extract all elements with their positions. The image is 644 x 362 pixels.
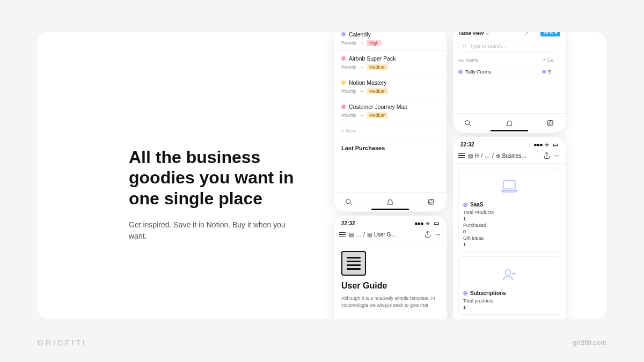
promo-card: All the business goodies you want in one… <box>38 32 606 319</box>
section-last-purchases: Last Purchases <box>334 138 447 154</box>
brand-logo: GRIDFITI <box>38 338 87 347</box>
priority-badge: Medium <box>367 64 388 70</box>
bottom-bar <box>334 192 447 212</box>
status-signals: ▪▪▪ᯤ▭ <box>533 141 558 148</box>
notifications-icon[interactable] <box>386 198 394 206</box>
share-icon[interactable] <box>543 151 551 160</box>
svg-line-1 <box>350 203 352 205</box>
card-subscriptions[interactable]: Subscriptions Total products1 <box>458 256 560 315</box>
clock: 22:32 <box>460 142 474 147</box>
priority-label: Priority <box>341 40 356 46</box>
page-body: Although it is a relatively simple templ… <box>334 291 447 309</box>
page-footer: GRIDFITI gridfiti.com <box>38 338 606 347</box>
item-name: Notion Mastery <box>349 79 387 86</box>
clock: 22:32 <box>341 220 355 226</box>
stat-value: 1 <box>463 242 555 247</box>
stat-label: Purchased <box>463 223 555 228</box>
home-indicator <box>491 130 528 131</box>
home-indicator <box>371 209 409 210</box>
list-item[interactable]: Airbnb Super PackPriority→Medium <box>334 51 447 75</box>
stat-value: 1 <box>463 216 555 221</box>
dot-icon <box>341 80 346 85</box>
dot-icon <box>542 70 546 73</box>
user-plus-icon <box>463 261 555 290</box>
headline-block: All the business goodies you want in one… <box>129 147 306 242</box>
bottom-bar <box>453 113 566 133</box>
headline-subtitle: Get inspired. Save it in Notion. Buy it … <box>129 219 290 242</box>
search-placeholder: Type to search… <box>470 43 507 49</box>
svg-line-6 <box>469 124 471 126</box>
compose-icon[interactable] <box>427 198 436 206</box>
notifications-icon[interactable] <box>505 119 514 128</box>
table-row[interactable]: Tally Forms S <box>453 65 566 78</box>
breadcrumb[interactable]: ▤H/ …/ ⊕Busines… <box>468 153 539 159</box>
table-header: Table view⌄ ⤢ ⋯ New <box>453 32 566 39</box>
status-signals: ▪▪▪ᯤ▭ <box>414 220 439 227</box>
card-saas[interactable]: SaaS Total Products1Purchased0Gift ideas… <box>458 168 560 252</box>
priority-label: Priority <box>341 113 356 118</box>
expand-icon[interactable]: ⤢ <box>524 32 529 36</box>
stat-label: Gift ideas <box>463 235 555 241</box>
menu-icon[interactable] <box>458 153 465 158</box>
more-icon[interactable]: ⋯ <box>435 232 441 238</box>
priority-badge: Medium <box>367 112 388 119</box>
site-url: gridfiti.com <box>573 338 606 347</box>
list-item[interactable]: Notion MasteryPriority→Medium <box>334 75 447 99</box>
svg-point-5 <box>465 121 470 125</box>
stat-label: Total products <box>463 298 555 304</box>
svg-point-3 <box>463 45 466 47</box>
view-switcher[interactable]: Table view⌄ <box>458 32 489 36</box>
breadcrumb[interactable]: ▤ … / ▤ User G… <box>349 232 420 238</box>
table-columns: AaName ↗Ca <box>453 55 566 65</box>
laptop-icon <box>463 173 555 202</box>
stat-value: 0 <box>463 229 555 234</box>
priority-badge: High <box>367 40 381 46</box>
svg-rect-8 <box>503 181 515 189</box>
menu-icon[interactable] <box>339 232 346 237</box>
stat-label: Total Products <box>463 210 555 215</box>
item-name: Airbnb Super Pack <box>349 55 396 62</box>
dot-icon <box>341 105 346 109</box>
search-icon[interactable] <box>345 198 353 206</box>
phone-business: 22:32 ▪▪▪ᯤ▭ ▤H/ …/ ⊕Busines… ⋯ SaaS Tota… <box>453 137 566 319</box>
task-list: CalendlyPriority→HighAirbnb Super PackPr… <box>334 32 447 123</box>
breadcrumb-bar: ▤H/ …/ ⊕Busines… ⋯ <box>453 149 566 164</box>
list-item[interactable]: CalendlyPriority→High <box>334 32 447 51</box>
dot-icon <box>458 70 463 74</box>
share-icon[interactable] <box>423 230 432 239</box>
dot-icon <box>463 203 467 207</box>
page-title: User Guide <box>334 281 447 291</box>
headline-title: All the business goodies you want in one… <box>129 147 306 209</box>
phone-task-list: CalendlyPriority→HighAirbnb Super PackPr… <box>334 32 447 212</box>
status-bar: 22:32 ▪▪▪ᯤ▭ <box>334 216 447 228</box>
svg-point-9 <box>505 270 510 275</box>
compose-icon[interactable] <box>546 119 555 128</box>
svg-line-4 <box>465 47 466 48</box>
list-item[interactable]: Customer Journey MapPriority→Medium <box>334 99 447 123</box>
page-icon <box>341 251 366 276</box>
more-icon[interactable]: ⋯ <box>554 153 560 159</box>
breadcrumb-bar: ▤ … / ▤ User G… ⋯ <box>334 228 447 242</box>
item-name: Customer Journey Map <box>349 104 407 110</box>
priority-label: Priority <box>341 64 356 70</box>
more-icon[interactable]: ⋯ <box>532 32 537 36</box>
search-icon[interactable] <box>464 119 472 128</box>
dot-icon <box>463 291 467 295</box>
new-row[interactable]: + New <box>334 123 447 138</box>
item-name: Calendly <box>349 32 371 38</box>
phone-table-view: Table view⌄ ⤢ ⋯ New Type to search… AaNa… <box>453 32 566 133</box>
stat-value: 1 <box>463 305 555 310</box>
priority-label: Priority <box>341 88 356 94</box>
svg-point-0 <box>346 200 350 204</box>
phone-user-guide: 22:32 ▪▪▪ᯤ▭ ▤ … / ▤ User G… ⋯ User Guide… <box>334 216 447 319</box>
status-bar: 22:32 ▪▪▪ᯤ▭ <box>453 137 566 149</box>
new-button[interactable]: New <box>540 32 560 36</box>
dot-icon <box>341 56 346 61</box>
search-input[interactable]: Type to search… <box>458 41 560 51</box>
dot-icon <box>341 32 346 36</box>
priority-badge: Medium <box>367 88 388 94</box>
